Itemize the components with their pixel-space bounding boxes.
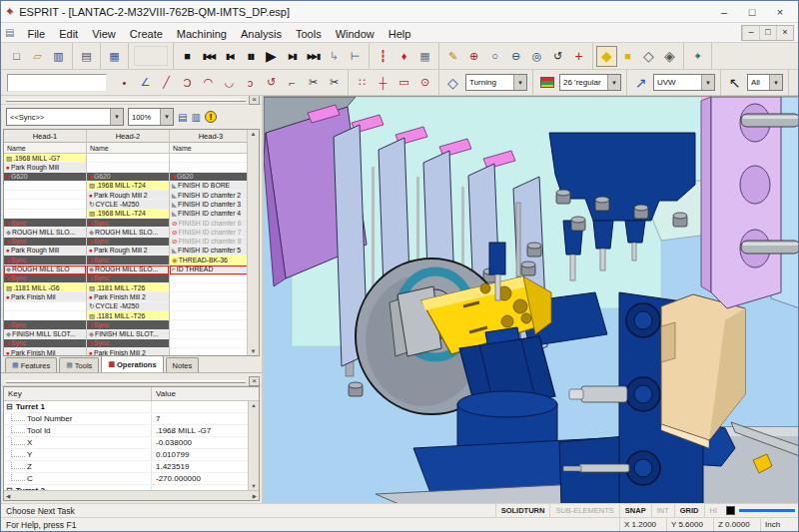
rotate-view-button[interactable]: ↺ [547,46,568,67]
new-button[interactable]: □ [6,46,27,67]
zoom-window-button[interactable]: ○ [484,46,505,67]
list-view-icon[interactable]: ▥ [191,112,200,123]
operation-cell[interactable]: ●Park Finish Mill 2 [87,292,169,301]
operation-cell[interactable]: ●Sync [4,320,86,329]
operation-cell[interactable]: ◣FINISH ID chamfer 3 [170,200,247,209]
operation-cell[interactable] [4,200,86,209]
arc-rotate-button[interactable]: ↺ [261,72,282,93]
work-plane-selector[interactable]: Turning▼ [465,74,527,91]
arc-center-button[interactable]: ◠ [198,72,219,93]
operation-cell[interactable] [170,320,247,329]
operation-cell[interactable] [4,210,86,219]
property-row[interactable]: Z1.423519 [4,461,248,473]
angle-line-button[interactable]: ∠ [135,72,156,93]
polygon-button[interactable]: ⊙ [414,72,435,93]
scroll-down-icon[interactable]: ▼ [251,483,256,489]
collapse-icon[interactable]: ⊟ [6,401,13,412]
mode-grid[interactable]: GRID [674,504,704,517]
operation-cell[interactable]: ●Park Rough Mill [4,247,86,256]
scroll-right-icon[interactable]: ▶ [253,493,257,499]
menu-file[interactable]: File [20,26,52,42]
operation-cell[interactable]: ●Park Finish Mil [4,348,86,355]
trim-element-button[interactable]: ✂ [303,72,324,93]
pan-view-button[interactable]: + [568,46,589,67]
mdi-minimize-button[interactable]: – [742,26,759,40]
minimize-button[interactable]: – [710,3,738,21]
operation-cell[interactable]: ●Sync [87,320,169,329]
menu-window[interactable]: Window [329,26,382,42]
selection-mask-selector[interactable]: All▼ [747,74,783,91]
scroll-up-icon[interactable]: ▲ [251,402,256,408]
iso-view-button[interactable]: ◆ [596,46,617,67]
step-forward-button[interactable]: ▶▮ [282,46,303,67]
tab-tools[interactable]: ▦Tools [59,357,99,372]
play-button[interactable]: ▶ [261,46,282,67]
erase-button[interactable]: ✎ [442,46,463,67]
cube-button[interactable]: ◇ [442,72,463,93]
operation-cell[interactable]: ●Sync [87,274,169,283]
rectangle-button[interactable]: ▭ [394,72,414,93]
menu-view[interactable]: View [85,26,123,42]
operation-cell[interactable]: ●Park Finish Mill 2 [87,348,169,355]
sync-selector[interactable]: <<Sync>> ▼ [6,108,124,126]
go-end-button[interactable]: ▶▶▮ [303,46,324,67]
color-swatch[interactable] [726,506,735,515]
operation-cell[interactable]: ●Sync [4,238,86,247]
column-header[interactable]: Head-3 [170,130,247,143]
ops-scrollbar[interactable]: ▲ ▼ [247,130,259,355]
props-panel-close-icon[interactable]: × [249,376,260,386]
ops-panel-close-icon[interactable]: × [249,96,260,105]
line-button[interactable]: ╱ [156,72,177,93]
property-row[interactable]: Y0.010799 [4,449,248,461]
mode-snap[interactable]: SNAP [619,504,651,517]
gantt-view-icon[interactable]: ▤ [178,112,187,123]
layers-button[interactable] [536,72,557,93]
operation-cell[interactable] [4,302,86,311]
operation-cell[interactable]: ⌐ID THREAD [170,266,247,274]
operation-cell[interactable] [4,311,86,320]
props-vscrollbar[interactable]: ▲ ▼ [248,401,259,490]
clamp-button[interactable]: ⊢ [345,46,366,67]
return-branch-button[interactable]: ↳ [324,46,345,67]
operation-cell[interactable]: ◣FINISH ID chamfer 2 [170,191,247,200]
operation-cell[interactable]: ↻CYCLE -M250 [87,200,169,209]
uvw-button[interactable]: ↗ [630,72,651,93]
operation-cell[interactable]: ●Park Rough Mill [4,163,86,172]
operation-cell[interactable]: ↻CYCLE -M250 [87,302,169,311]
operation-cell[interactable]: ▨.1968 MILL -G7 [4,154,86,163]
mode-hi[interactable]: HI [704,504,723,517]
zoom-level-selector[interactable]: 100% ▼ [128,108,174,126]
machine-3d-viewport[interactable] [264,96,798,503]
ops-panel-grip[interactable]: × [1,96,262,105]
cursor-button[interactable]: ↖ [724,72,745,93]
operation-cell[interactable]: ◆FINISH MILL SLOT... [87,330,169,339]
property-row[interactable]: C-270.000000 [4,473,248,485]
machine-sim-button[interactable]: ✦ [687,46,708,67]
top-view-button[interactable]: ■ [617,46,638,67]
chevron-down-icon[interactable]: ▼ [110,109,123,125]
operation-cell[interactable]: ●G620 [87,173,169,182]
arc-2pt-button[interactable]: ◡ [219,72,240,93]
trim-extend-button[interactable]: ✂ [324,72,345,93]
column-header[interactable]: Head-2 [87,130,169,143]
chevron-down-icon[interactable]: ▼ [769,75,782,90]
operation-cell[interactable]: ●Sync [4,339,86,348]
operation-cell[interactable]: ⊘FINISH ID chamfer 7 [170,228,247,237]
chevron-down-icon[interactable]: ▼ [607,75,620,90]
print-button[interactable]: ▤ [76,46,97,67]
maximize-button[interactable]: □ [738,3,766,21]
operation-cell[interactable]: ●Sync [4,256,86,265]
operation-cell[interactable] [170,274,247,283]
machine-setup-button[interactable]: ▦ [414,46,435,67]
unit-selector[interactable]: Inch [760,518,798,531]
operation-cell[interactable]: ●Park Rough Mill 2 [87,191,169,200]
operation-cell[interactable]: ●Sync [4,219,86,228]
props-panel-grip[interactable]: × [1,377,262,386]
menu-edit[interactable]: Edit [52,26,85,42]
operation-cell[interactable] [170,292,247,301]
save-button[interactable]: ▥ [48,46,69,67]
column-header[interactable]: Head-1 [4,130,86,143]
operation-cell[interactable]: ●Sync [87,238,169,247]
menu-tools[interactable]: Tools [289,26,329,42]
operation-cell[interactable] [170,339,247,348]
